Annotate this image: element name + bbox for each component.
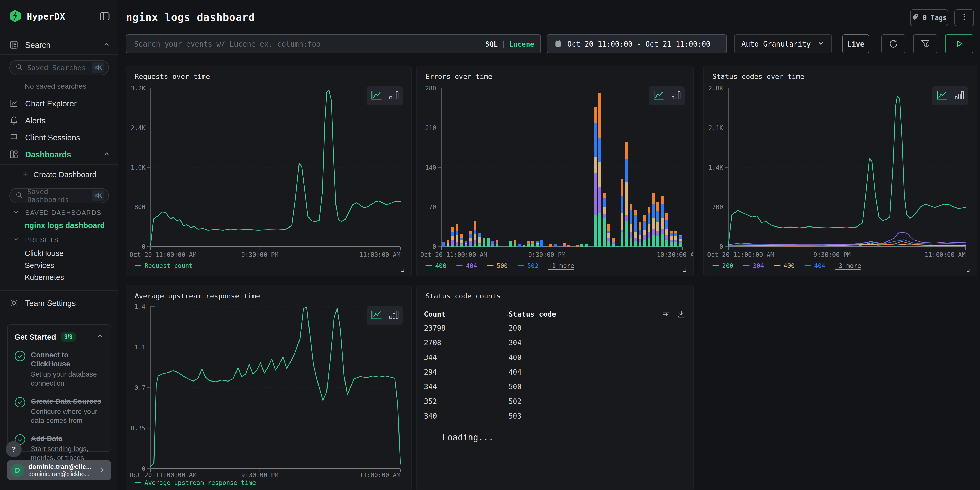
legend-item[interactable]: 502 [517, 262, 538, 269]
chart-type-toggle[interactable] [367, 306, 402, 325]
chevron-down-icon [817, 40, 825, 48]
table-cell[interactable]: 502 [509, 397, 522, 406]
table-cell[interactable]: 2708 [424, 339, 441, 347]
table-cell[interactable]: 200 [509, 324, 522, 332]
table-cell[interactable]: 503 [509, 412, 522, 420]
table-cell[interactable]: 404 [509, 368, 522, 376]
chart-legend: Average upstream response time [135, 479, 256, 487]
help-button[interactable]: ? [6, 441, 22, 457]
task-add-data[interactable]: Add Data Start sending logs, metrics, or… [14, 434, 104, 463]
legend-item[interactable]: 500 [487, 262, 508, 269]
shortcut-badge: ⌘K [92, 62, 104, 73]
lucene-mode-toggle[interactable]: Lucene [509, 40, 534, 48]
svg-text:Oct 20 11:00:00 AM: Oct 20 11:00:00 AM [707, 251, 774, 258]
line-chart-icon[interactable] [371, 310, 382, 321]
panel-title: Status codes over time [713, 73, 804, 81]
sidebar-collapse-button[interactable] [99, 11, 110, 22]
column-header-count[interactable]: Count [424, 310, 445, 318]
legend-item[interactable]: 400 [425, 262, 446, 269]
sidebar-item-dashboards[interactable]: Dashboards [0, 148, 118, 162]
sidebar-item-kubernetes[interactable]: Kubernetes [25, 273, 64, 282]
sidebar-item-team-settings[interactable]: Team Settings [0, 296, 118, 310]
table-cell[interactable]: 500 [509, 383, 522, 391]
chevron-up-icon [103, 150, 111, 159]
line-chart-icon[interactable] [652, 90, 664, 102]
search-input[interactable]: Search your events w/ Lucene ex. column:… [126, 35, 541, 54]
refresh-button[interactable] [881, 35, 905, 54]
tags-button[interactable]: 0 Tags [910, 9, 948, 26]
table-cell[interactable]: 23798 [424, 324, 445, 332]
sidebar-item-nginx-logs-dashboard[interactable]: nginx logs dashboard [25, 221, 105, 230]
chart-type-toggle[interactable] [367, 86, 402, 105]
live-button[interactable]: Live [842, 35, 869, 54]
panel-errors-over-time: 280210140700Oct 20 11:00:00 AM9:30:00 PM… [417, 65, 694, 276]
create-dashboard-button[interactable]: Create Dashboard [22, 170, 96, 179]
search-icon [16, 63, 23, 72]
line-chart-icon[interactable] [371, 90, 382, 102]
resize-handle[interactable] [682, 268, 687, 274]
chevron-up-icon [103, 41, 111, 49]
download-csv-icon[interactable] [677, 310, 686, 320]
date-range-picker[interactable]: Oct 20 11:00:00 - Oct 21 11:00:00 [547, 35, 727, 54]
section-presets[interactable]: PRESETS [13, 236, 59, 244]
table-cell[interactable]: 344 [424, 383, 437, 391]
task-connect-clickhouse[interactable]: Connect to ClickHouse Set up your databa… [14, 350, 104, 388]
sidebar-item-chart-explorer[interactable]: Chart Explorer [0, 97, 118, 111]
legend-item[interactable]: 304 [743, 262, 764, 269]
saved-searches-input[interactable]: Saved Searches ⌘K [9, 60, 109, 75]
bar-chart-icon[interactable] [671, 90, 681, 102]
sidebar-item-search[interactable]: Search [0, 38, 118, 52]
task-create-data-sources[interactable]: Create Data Sources Configure where your… [14, 397, 104, 425]
table-cell[interactable]: 294 [424, 368, 437, 376]
saved-dashboards-placeholder: Saved Dashboards [27, 188, 88, 204]
avatar: D [11, 463, 24, 477]
panel-menu-button[interactable] [954, 9, 974, 26]
bar-chart-icon[interactable] [954, 90, 964, 102]
resize-handle[interactable] [401, 268, 405, 274]
svg-text:9:30:00 PM: 9:30:00 PM [814, 251, 851, 258]
chart-legend: 200304400404+3 more [713, 262, 861, 269]
table-cell[interactable]: 352 [424, 397, 437, 406]
chevron-up-icon[interactable] [96, 332, 104, 341]
chevron-down-icon [13, 209, 19, 216]
run-query-button[interactable] [945, 35, 973, 54]
legend-item[interactable]: 404 [804, 262, 825, 269]
table-cell[interactable]: 344 [424, 353, 437, 362]
legend-swatch [135, 265, 142, 266]
sidebar-item-client-sessions[interactable]: Client Sessions [0, 130, 118, 145]
table-cell[interactable]: 304 [509, 339, 522, 347]
legend-more-link[interactable]: +1 more [548, 262, 574, 269]
legend-item[interactable]: 200 [713, 262, 733, 269]
bar-chart-icon[interactable] [389, 310, 399, 321]
legend-item[interactable]: 400 [774, 262, 795, 269]
legend-more-link[interactable]: +3 more [835, 262, 861, 269]
chart-type-toggle[interactable] [649, 86, 685, 105]
column-header-status-code[interactable]: Status code [509, 310, 556, 318]
panel-title: Average upstream response time [135, 292, 260, 300]
chevron-right-icon [98, 466, 106, 474]
sidebar-item-alerts[interactable]: Alerts [0, 114, 118, 128]
granularity-select[interactable]: Auto Granularity [734, 35, 832, 54]
svg-text:2.1K: 2.1K [708, 124, 723, 132]
table-cell[interactable]: 340 [424, 412, 437, 420]
svg-text:2.4K: 2.4K [130, 124, 145, 132]
sidebar-item-clickhouse[interactable]: ClickHouse [25, 249, 64, 258]
sql-mode-toggle[interactable]: SQL [485, 40, 498, 48]
legend-item[interactable]: Average upstream response time [135, 479, 256, 487]
table-cell[interactable]: 400 [509, 353, 522, 362]
line-chart-icon[interactable] [936, 90, 948, 102]
table-options-icon[interactable] [662, 310, 670, 320]
svg-text:800: 800 [134, 204, 145, 211]
legend-item[interactable]: Request count [135, 262, 193, 269]
resize-handle[interactable] [966, 268, 970, 274]
sidebar-item-services[interactable]: Services [25, 261, 54, 270]
legend-swatch [743, 265, 750, 266]
saved-dashboards-input[interactable]: Saved Dashboards ⌘K [9, 188, 109, 203]
bar-chart-icon[interactable] [389, 90, 399, 102]
section-saved-dashboards[interactable]: SAVED DASHBOARDS [13, 209, 102, 216]
chart-type-toggle[interactable] [932, 86, 968, 105]
user-menu[interactable]: D dominic.tran@clic... dominic.tran@clic… [7, 460, 111, 480]
legend-item[interactable]: 404 [456, 262, 477, 269]
chevron-down-icon [13, 236, 19, 244]
filter-button[interactable] [913, 35, 937, 54]
